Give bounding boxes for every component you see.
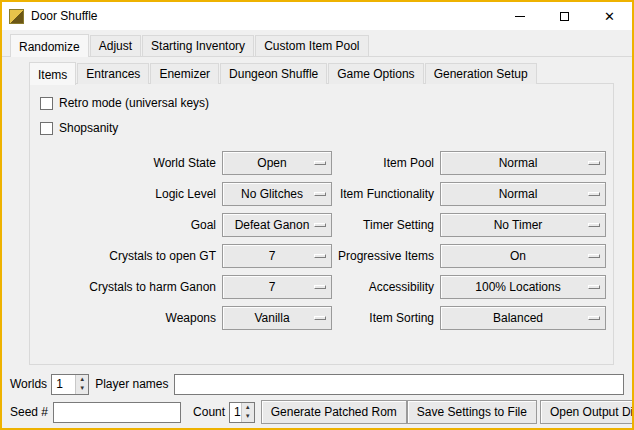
retro-mode-checkbox-box[interactable] <box>40 97 53 110</box>
crystals-harm-ganon-dropdown[interactable]: 7 <box>222 275 332 299</box>
dropdown-indicator-icon <box>588 161 600 165</box>
worlds-spinner-down-icon[interactable]: ▼ <box>76 384 88 394</box>
window-title: Door Shuffle <box>31 9 98 23</box>
goal-dropdown[interactable]: Defeat Ganon <box>222 213 332 237</box>
item-pool-dropdown[interactable]: Normal <box>440 151 606 175</box>
titlebar: Door Shuffle ✕ <box>2 2 632 30</box>
dropdown-indicator-icon <box>314 161 326 165</box>
worlds-spinner-up-icon[interactable]: ▲ <box>76 375 88 385</box>
dropdown-indicator-icon <box>314 223 326 227</box>
weapons-label: Weapons <box>40 311 218 325</box>
count-spinner-up-icon[interactable]: ▲ <box>242 403 254 413</box>
seed-label: Seed # <box>10 405 48 419</box>
timer-setting-dropdown[interactable]: No Timer <box>440 213 606 237</box>
save-settings-button[interactable]: Save Settings to File <box>407 400 537 424</box>
seed-input[interactable] <box>53 402 181 423</box>
player-names-label: Player names <box>95 377 168 391</box>
dropdown-indicator-icon <box>588 223 600 227</box>
shopsanity-label: Shopsanity <box>59 121 118 135</box>
item-sorting-dropdown[interactable]: Balanced <box>440 306 606 330</box>
maximize-icon <box>560 12 569 21</box>
shopsanity-checkbox[interactable]: Shopsanity <box>40 117 613 139</box>
minimize-icon <box>515 16 525 17</box>
outer-tabbar: Randomize Adjust Starting Inventory Cust… <box>2 30 632 57</box>
option-fields: World State Open Item Pool Normal Logic … <box>40 151 613 330</box>
close-icon: ✕ <box>604 10 615 23</box>
weapons-dropdown[interactable]: Vanilla <box>222 306 332 330</box>
goal-label: Goal <box>40 218 218 232</box>
app-icon <box>9 9 24 24</box>
tab-game-options[interactable]: Game Options <box>328 63 423 84</box>
items-tab-pane: Retro mode (universal keys) Shopsanity W… <box>29 83 614 365</box>
tab-adjust[interactable]: Adjust <box>90 35 141 56</box>
count-spinner-arrows: ▲ ▼ <box>241 403 254 422</box>
item-pool-label: Item Pool <box>336 156 436 170</box>
world-state-dropdown[interactable]: Open <box>222 151 332 175</box>
tab-generation-setup[interactable]: Generation Setup <box>425 63 537 84</box>
dropdown-indicator-icon <box>588 316 600 320</box>
tab-enemizer[interactable]: Enemizer <box>150 63 219 84</box>
generate-patched-rom-button[interactable]: Generate Patched Rom <box>261 400 407 424</box>
timer-setting-label: Timer Setting <box>336 218 436 232</box>
worlds-spinner[interactable]: 1 ▲ ▼ <box>51 374 89 395</box>
close-button[interactable]: ✕ <box>587 2 632 30</box>
tab-items[interactable]: Items <box>29 62 76 85</box>
tab-entrances[interactable]: Entrances <box>77 63 149 84</box>
tab-randomize[interactable]: Randomize <box>10 34 89 57</box>
dropdown-indicator-icon <box>588 192 600 196</box>
dropdown-indicator-icon <box>314 192 326 196</box>
dropdown-indicator-icon <box>314 285 326 289</box>
shopsanity-checkbox-box[interactable] <box>40 122 53 135</box>
dropdown-indicator-icon <box>588 285 600 289</box>
world-state-label: World State <box>40 156 218 170</box>
crystals-open-gt-dropdown[interactable]: 7 <box>222 244 332 268</box>
retro-mode-checkbox[interactable]: Retro mode (universal keys) <box>40 92 613 114</box>
player-names-input[interactable] <box>174 374 625 395</box>
retro-mode-label: Retro mode (universal keys) <box>59 96 209 110</box>
count-spinner-down-icon[interactable]: ▼ <box>242 412 254 422</box>
crystals-harm-ganon-label: Crystals to harm Ganon <box>40 280 218 294</box>
count-label: Count <box>193 405 225 419</box>
door-shuffle-window: Door Shuffle ✕ Randomize Adjust Starting… <box>0 0 634 430</box>
worlds-spinner-arrows: ▲ ▼ <box>75 375 88 394</box>
dropdown-indicator-icon <box>314 316 326 320</box>
progressive-items-label: Progressive Items <box>336 249 436 263</box>
accessibility-dropdown[interactable]: 100% Locations <box>440 275 606 299</box>
tab-dungeon-shuffle[interactable]: Dungeon Shuffle <box>220 63 327 84</box>
item-functionality-dropdown[interactable]: Normal <box>440 182 606 206</box>
worlds-row: Worlds 1 ▲ ▼ Player names <box>10 373 624 395</box>
seed-row: Seed # Count 1 ▲ ▼ Generate Patched Rom … <box>10 400 624 424</box>
worlds-label: Worlds <box>10 377 47 391</box>
inner-notebook: Items Entrances Enemizer Dungeon Shuffle… <box>29 62 614 365</box>
open-output-directory-button[interactable]: Open Output Directory <box>540 400 634 424</box>
count-spinner[interactable]: 1 ▲ ▼ <box>229 402 255 423</box>
crystals-open-gt-label: Crystals to open GT <box>40 249 218 263</box>
dropdown-indicator-icon <box>588 254 600 258</box>
item-functionality-label: Item Functionality <box>336 187 436 201</box>
maximize-button[interactable] <box>542 2 587 30</box>
accessibility-label: Accessibility <box>336 280 436 294</box>
logic-level-dropdown[interactable]: No Glitches <box>222 182 332 206</box>
dropdown-indicator-icon <box>314 254 326 258</box>
progressive-items-dropdown[interactable]: On <box>440 244 606 268</box>
inner-tabbar: Items Entrances Enemizer Dungeon Shuffle… <box>29 62 614 84</box>
tab-starting-inventory[interactable]: Starting Inventory <box>142 35 254 56</box>
minimize-button[interactable] <box>497 2 542 30</box>
logic-level-label: Logic Level <box>40 187 218 201</box>
tab-custom-item-pool[interactable]: Custom Item Pool <box>255 35 368 56</box>
item-sorting-label: Item Sorting <box>336 311 436 325</box>
